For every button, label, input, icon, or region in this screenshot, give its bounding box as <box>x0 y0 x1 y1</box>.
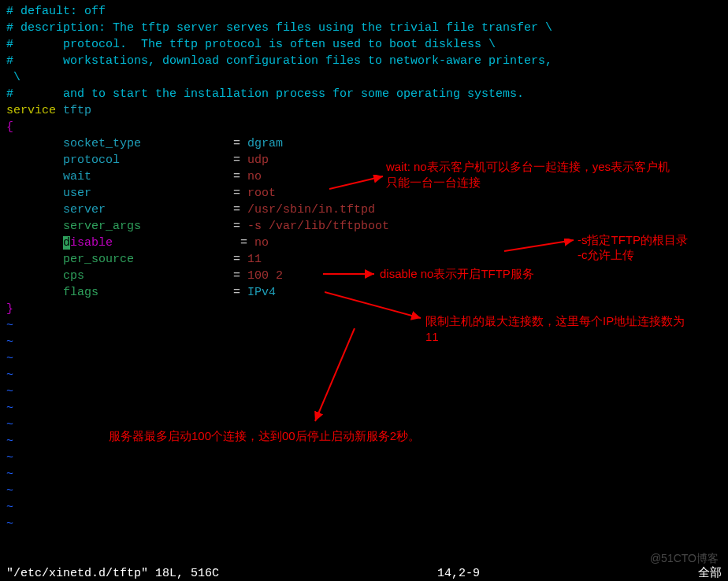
config-protocol: protocol = udp <box>6 152 722 168</box>
comment-line: # default: off <box>6 3 722 20</box>
comment-line: \ <box>6 69 722 86</box>
value: 11 <box>247 253 262 266</box>
statusbar-left: "/etc/xinetd.d/tftp" 18L, 516C <box>6 565 219 581</box>
cursor: d <box>63 236 70 250</box>
value: /usr/sbin/in.tftpd <box>247 203 375 216</box>
empty-line: ~ <box>6 350 722 367</box>
config-user: user = root <box>6 185 722 202</box>
empty-line: ~ <box>6 433 722 450</box>
empty-line: ~ <box>6 400 722 416</box>
brace-open: { <box>6 119 722 135</box>
config-cps: cps = 100 2 <box>6 268 722 284</box>
key: user <box>6 187 226 200</box>
equals: = <box>233 236 254 250</box>
key: per_source <box>6 253 226 266</box>
value: 100 2 <box>247 269 283 283</box>
config-disable: disable = no <box>6 235 722 251</box>
value: dgram <box>247 137 283 150</box>
empty-line: ~ <box>6 367 722 383</box>
empty-line: ~ <box>6 383 722 400</box>
service-line: service tftp <box>6 102 722 119</box>
value: IPv4 <box>247 286 276 299</box>
equals: = <box>226 187 247 200</box>
empty-line: ~ <box>6 334 722 350</box>
key: wait <box>6 170 226 183</box>
service-keyword: service <box>6 104 56 117</box>
editor-viewport: # default: off # description: The tftp s… <box>0 0 728 535</box>
config-socket-type: socket_type = dgram <box>6 135 722 152</box>
equals: = <box>226 137 247 150</box>
equals: = <box>226 269 247 283</box>
value: no <box>247 170 262 183</box>
value: root <box>247 187 276 200</box>
config-server: server = /usr/sbin/in.tftpd <box>6 202 722 218</box>
equals: = <box>226 170 247 183</box>
value: udp <box>247 154 269 167</box>
key: isable <box>70 236 233 250</box>
statusbar: "/etc/xinetd.d/tftp" 18L, 516C 14,2-9 全部 <box>0 564 728 581</box>
empty-line: ~ <box>6 416 722 433</box>
empty-line: ~ <box>6 483 722 499</box>
empty-line: ~ <box>6 466 722 483</box>
statusbar-mid: 14,2-9 <box>437 565 480 581</box>
equals: = <box>226 253 247 266</box>
value: no <box>254 236 269 250</box>
comment-line: # and to start the installation process … <box>6 86 722 102</box>
empty-line: ~ <box>6 317 722 334</box>
pad <box>6 236 63 250</box>
comment-line: # description: The tftp server serves fi… <box>6 20 722 36</box>
service-name: tftp <box>56 104 91 117</box>
equals: = <box>226 154 247 167</box>
key: server <box>6 203 226 216</box>
value: -s /var/lib/tftpboot <box>247 220 389 233</box>
key: flags <box>6 286 226 299</box>
comment-line: # protocol. The tftp protocol is often u… <box>6 36 722 53</box>
empty-line: ~ <box>6 499 722 516</box>
key: protocol <box>6 154 226 167</box>
comment-line: # workstations, download configuration f… <box>6 53 722 69</box>
config-flags: flags = IPv4 <box>6 284 722 301</box>
key: cps <box>6 269 226 283</box>
brace-close: } <box>6 301 722 317</box>
config-wait: wait = no <box>6 168 722 185</box>
empty-line: ~ <box>6 450 722 466</box>
config-per-source: per_source = 11 <box>6 251 722 268</box>
equals: = <box>226 203 247 216</box>
equals: = <box>226 220 247 233</box>
statusbar-right: 全部 <box>698 565 722 581</box>
key: server_args <box>6 220 226 233</box>
config-server-args: server_args = -s /var/lib/tftpboot <box>6 218 722 235</box>
equals: = <box>226 286 247 299</box>
key: socket_type <box>6 137 226 150</box>
empty-line: ~ <box>6 516 722 532</box>
